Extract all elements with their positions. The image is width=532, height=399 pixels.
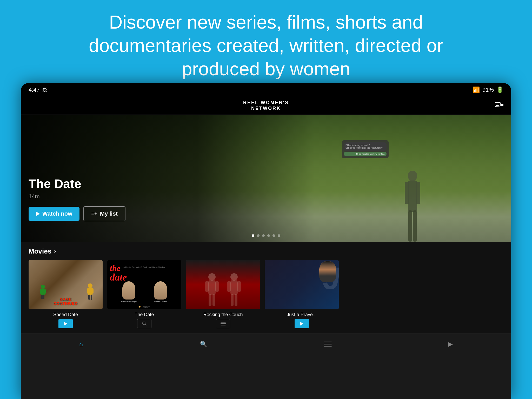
svg-point-21 xyxy=(143,322,145,324)
svg-rect-32 xyxy=(237,281,241,292)
rocking-menu-btn[interactable] xyxy=(216,319,230,328)
thumbnail-the-date[interactable]: thedate a film by Emmalie El Fadli and H… xyxy=(107,260,181,328)
dot-3[interactable] xyxy=(262,234,265,237)
the-date-search-btn[interactable] xyxy=(137,319,151,328)
hero-chat-bubble: I'll be finishing around 5.Still good to… xyxy=(342,140,389,158)
dot-2[interactable] xyxy=(257,234,260,237)
svg-point-8 xyxy=(41,285,45,289)
play-nav-icon: ▶ xyxy=(448,341,453,348)
thumbnail-img-the-date: thedate a film by Emmalie El Fadli and H… xyxy=(107,260,181,309)
dot-5[interactable] xyxy=(272,234,275,237)
play-icon xyxy=(36,211,40,216)
watch-now-button[interactable]: Watch now xyxy=(29,207,79,221)
cast-icon[interactable] xyxy=(495,101,503,110)
thumbnails-row: GAMECONTINUED Speed Date xyxy=(29,260,503,328)
cave-title-text: GAMECONTINUED xyxy=(54,297,77,305)
rocking-couch-label: Rocking the Couch xyxy=(186,312,260,317)
svg-rect-19 xyxy=(91,295,92,300)
svg-point-29 xyxy=(230,273,238,281)
svg-rect-12 xyxy=(41,295,43,299)
hero-duration: 14m xyxy=(29,193,125,200)
thumbnail-img-speed-date: GAMECONTINUED xyxy=(29,260,103,309)
svg-marker-20 xyxy=(64,322,67,325)
svg-rect-27 xyxy=(209,294,211,306)
add-icon: ≡+ xyxy=(91,211,97,217)
svg-rect-25 xyxy=(205,281,209,292)
nav-home[interactable]: ⌂ xyxy=(79,340,83,348)
menu-icon xyxy=(324,342,332,347)
svg-rect-37 xyxy=(221,325,226,325)
svg-point-23 xyxy=(208,273,216,281)
content-section: Movies › xyxy=(21,242,511,334)
nav-menu[interactable] xyxy=(324,342,332,347)
the-date-label: The Date xyxy=(107,312,181,317)
svg-rect-30 xyxy=(230,280,238,295)
thumbnail-img-just-prayer: J xyxy=(265,260,339,309)
dot-6[interactable] xyxy=(278,234,280,237)
app-header: REEL WOMEN'S NETWORK xyxy=(21,97,511,115)
status-icon: 🖼 xyxy=(42,87,47,93)
thumbnail-speed-date[interactable]: GAMECONTINUED Speed Date xyxy=(29,260,103,328)
dot-1[interactable] xyxy=(252,234,254,237)
svg-rect-34 xyxy=(235,294,237,306)
app-logo: REEL WOMEN'S NETWORK xyxy=(243,100,289,111)
svg-rect-18 xyxy=(88,295,90,300)
nav-search[interactable]: 🔍 xyxy=(200,341,207,348)
hero-title: The Date xyxy=(29,177,125,191)
search-icon: 🔍 xyxy=(200,341,207,348)
status-right: 📶 91% 🔋 xyxy=(473,87,503,93)
thumbnail-bottom-the-date: The Date xyxy=(107,312,181,328)
svg-marker-38 xyxy=(300,322,303,325)
nav-play[interactable]: ▶ xyxy=(448,341,453,348)
just-prayer-label: Just a Praye... xyxy=(265,312,339,317)
battery-display: 91% xyxy=(482,87,494,93)
svg-point-2 xyxy=(408,171,417,181)
svg-rect-6 xyxy=(408,210,412,242)
watch-now-label: Watch now xyxy=(42,210,72,217)
svg-rect-11 xyxy=(44,289,46,294)
svg-rect-26 xyxy=(215,281,219,292)
svg-rect-33 xyxy=(231,294,234,306)
svg-point-14 xyxy=(88,283,92,288)
my-list-button[interactable]: ≡+ My list xyxy=(83,206,125,221)
wifi-icon: 📶 xyxy=(473,87,480,93)
svg-rect-24 xyxy=(208,280,216,295)
svg-rect-7 xyxy=(413,210,417,242)
svg-line-22 xyxy=(145,324,146,325)
time-display: 4:47 xyxy=(29,87,40,93)
prayer-play-btn[interactable] xyxy=(295,319,309,328)
svg-rect-4 xyxy=(405,182,409,204)
carousel-dots xyxy=(252,234,280,237)
svg-rect-10 xyxy=(40,289,42,294)
hero-buttons: Watch now ≡+ My list xyxy=(29,206,125,221)
svg-rect-31 xyxy=(227,281,231,292)
the-date-credit: a film by Emmalie El Fadli and Hansof Wa… xyxy=(107,266,181,268)
thumbnail-rocking-couch[interactable]: Rocking the Couch xyxy=(186,260,260,328)
svg-rect-28 xyxy=(212,294,215,306)
thumbnail-bottom-prayer: Just a Praye... xyxy=(265,312,339,328)
section-title: Movies xyxy=(29,247,51,255)
hero-banner: I'll be finishing around 5.Still good to… xyxy=(21,115,511,242)
hero-content: The Date 14m Watch now ≡+ My list xyxy=(29,177,125,221)
battery-icon: 🔋 xyxy=(496,87,503,93)
status-left: 4:47 🖼 xyxy=(29,87,47,93)
thumbnail-bottom-speed-date: Speed Date xyxy=(29,312,103,328)
dot-4[interactable] xyxy=(267,234,270,237)
section-header: Movies › xyxy=(29,247,503,255)
bottom-nav: ⌂ 🔍 ▶ xyxy=(21,334,511,354)
svg-rect-1 xyxy=(501,104,503,106)
speed-date-label: Speed Date xyxy=(29,312,103,317)
svg-rect-13 xyxy=(43,295,44,299)
svg-rect-36 xyxy=(221,323,226,324)
svg-rect-9 xyxy=(41,289,45,295)
tagline-area: Discover new series, films, shorts and d… xyxy=(0,0,532,88)
section-arrow[interactable]: › xyxy=(54,248,56,255)
svg-rect-35 xyxy=(221,322,226,323)
thumbnail-just-prayer[interactable]: J Just a Praye... xyxy=(265,260,339,328)
tablet-frame: 4:47 🖼 📶 91% 🔋 REEL WOMEN'S NETWORK xyxy=(21,83,511,399)
speed-date-play-btn[interactable] xyxy=(58,319,73,328)
tagline-text: Discover new series, films, shorts and d… xyxy=(52,10,480,81)
thumbnail-img-rocking-couch xyxy=(186,260,260,309)
home-icon: ⌂ xyxy=(79,340,83,348)
status-bar: 4:47 🖼 📶 91% 🔋 xyxy=(21,83,511,97)
